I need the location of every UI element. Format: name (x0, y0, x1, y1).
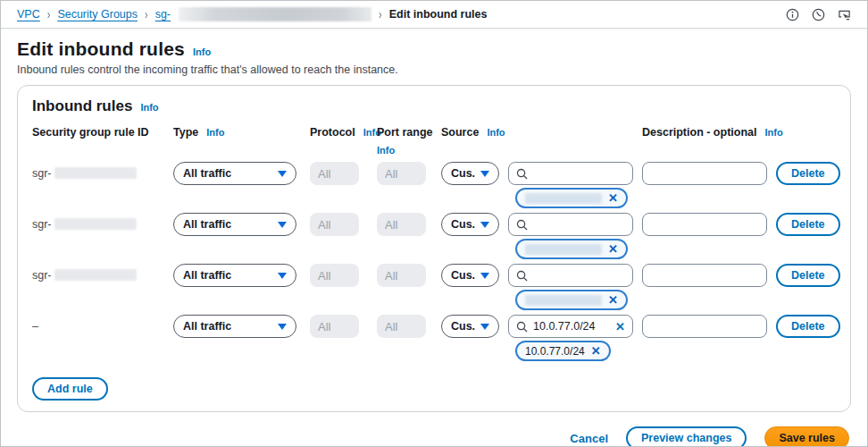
source-type-select[interactable]: Cus... (441, 162, 499, 185)
source-search-input[interactable] (533, 320, 610, 333)
description-input[interactable] (642, 264, 767, 287)
redacted-rule-id (54, 269, 137, 281)
source-token: ✕ (515, 290, 628, 310)
protocol-input (310, 162, 359, 185)
search-icon (516, 168, 528, 180)
source-info-link[interactable]: Info (487, 127, 505, 138)
chevron-right-icon: › (47, 7, 51, 21)
type-select[interactable]: All traffic (173, 264, 296, 287)
protocol-input (310, 315, 359, 338)
rule-id-prefix: sgr- (32, 269, 52, 282)
info-icon[interactable] (786, 8, 799, 21)
source-search-box: ✕ (508, 315, 633, 338)
description-input[interactable] (642, 213, 767, 236)
breadcrumb-security-groups[interactable]: Security Groups (57, 8, 138, 21)
page-title: Edit inbound rules (17, 38, 185, 60)
app-window: VPC › Security Groups › sg- › Edit inbou… (0, 0, 868, 447)
rule-id-empty: – (32, 320, 38, 333)
rule-row: – All traffic Cus... ✕ Delete 10.0.77.0/… (32, 315, 836, 366)
col-type: Type (173, 126, 198, 139)
breadcrumb-bar: VPC › Security Groups › sg- › Edit inbou… (1, 1, 867, 29)
history-icon[interactable] (812, 8, 825, 21)
remove-token-icon[interactable]: ✕ (608, 192, 618, 204)
source-type-select[interactable]: Cus... (441, 213, 499, 236)
type-select[interactable]: All traffic (173, 213, 296, 236)
preview-changes-button[interactable]: Preview changes (626, 426, 747, 447)
type-select[interactable]: All traffic (173, 162, 296, 185)
delete-rule-button[interactable]: Delete (776, 162, 840, 185)
description-input[interactable] (642, 315, 767, 338)
description-input[interactable] (642, 162, 767, 185)
source-type-value: Cus... (451, 167, 475, 180)
delete-rule-button[interactable]: Delete (776, 315, 840, 338)
redacted-token-text (525, 193, 602, 204)
rule-row: sgr- All traffic Cus... Delete ✕ (32, 213, 836, 264)
panel-title: Inbound rules (32, 97, 132, 115)
source-type-value: Cus... (451, 218, 475, 231)
breadcrumb-vpc[interactable]: VPC (17, 8, 40, 21)
delete-rule-button[interactable]: Delete (776, 213, 840, 236)
source-search-input[interactable] (533, 269, 625, 282)
feedback-icon[interactable] (838, 8, 851, 21)
port-range-info-link[interactable]: Info (377, 145, 426, 156)
chevron-right-icon: › (379, 7, 382, 21)
token-text: 10.0.77.0/24 (525, 345, 585, 358)
page-header: Edit inbound rules Info Inbound rules co… (1, 29, 867, 76)
port-range-input (377, 162, 426, 185)
type-select[interactable]: All traffic (173, 315, 296, 338)
chevron-right-icon: › (145, 7, 148, 21)
table-header-row: Security group rule ID TypeInfo Protocol… (32, 126, 836, 156)
page-info-link[interactable]: Info (193, 46, 211, 57)
type-select-value: All traffic (183, 218, 231, 231)
chevron-down-icon (278, 222, 287, 228)
source-type-value: Cus... (451, 269, 475, 282)
type-select-value: All traffic (183, 320, 231, 333)
source-search-input[interactable] (533, 167, 625, 180)
rule-row: sgr- All traffic Cus... Delete ✕ (32, 162, 836, 213)
redacted-token-text (525, 295, 602, 306)
protocol-input (310, 264, 359, 287)
chevron-down-icon (480, 273, 489, 279)
remove-token-icon[interactable]: ✕ (591, 345, 601, 357)
port-range-input (377, 315, 426, 338)
delete-rule-button[interactable]: Delete (776, 264, 840, 287)
chevron-down-icon (480, 324, 489, 330)
footer-actions: Cancel Preview changes Save rules (1, 412, 867, 447)
breadcrumb: VPC › Security Groups › sg- › Edit inbou… (17, 7, 487, 21)
rule-id-prefix: sgr- (32, 167, 52, 180)
chevron-down-icon (480, 222, 489, 228)
clear-search-icon[interactable]: ✕ (615, 320, 625, 333)
col-source: Source (441, 126, 479, 139)
source-search-input[interactable] (533, 218, 625, 231)
rules-list: sgr- All traffic Cus... Delete ✕ sgr- Al… (32, 162, 836, 366)
source-search-box (508, 264, 633, 287)
page-subtitle: Inbound rules control the incoming traff… (17, 63, 851, 76)
source-search-box (508, 213, 633, 236)
cancel-button[interactable]: Cancel (570, 432, 608, 445)
breadcrumb-current: Edit inbound rules (389, 8, 488, 21)
protocol-input (310, 213, 359, 236)
breadcrumb-sg-id[interactable]: sg- (155, 8, 171, 21)
search-icon (516, 270, 528, 282)
remove-token-icon[interactable]: ✕ (608, 243, 618, 255)
description-info-link[interactable]: Info (764, 127, 782, 138)
type-select-value: All traffic (183, 167, 231, 180)
inbound-rules-panel: Inbound rules Info Security group rule I… (17, 85, 851, 412)
port-range-input (377, 264, 426, 287)
rule-row: sgr- All traffic Cus... Delete ✕ (32, 264, 836, 315)
port-range-input (377, 213, 426, 236)
source-type-select[interactable]: Cus... (441, 264, 499, 287)
panel-info-link[interactable]: Info (140, 102, 158, 113)
source-type-select[interactable]: Cus... (441, 315, 499, 338)
chevron-down-icon (278, 273, 287, 279)
rule-id-prefix: sgr- (32, 218, 52, 231)
topbar-icons (786, 8, 851, 21)
type-info-link[interactable]: Info (206, 127, 224, 138)
source-token: ✕ (515, 239, 628, 259)
add-rule-button[interactable]: Add rule (32, 377, 108, 401)
chevron-down-icon (278, 324, 287, 330)
source-type-value: Cus... (451, 320, 475, 333)
remove-token-icon[interactable]: ✕ (608, 294, 618, 306)
source-search-box (508, 162, 633, 185)
save-rules-button[interactable]: Save rules (764, 426, 849, 447)
